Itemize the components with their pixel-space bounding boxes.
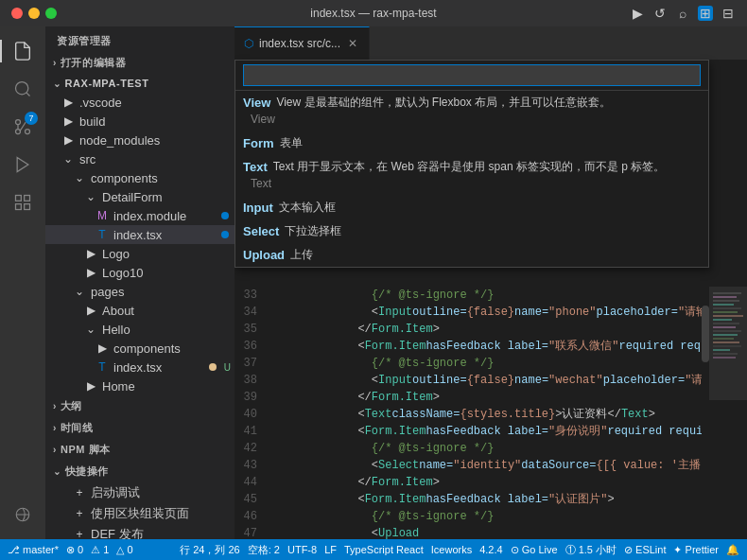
language-status[interactable]: TypeScript React <box>344 544 424 555</box>
folder-pages[interactable]: ⌄ pages <box>45 282 235 301</box>
folder-detailform[interactable]: ⌄ DetailForm <box>45 187 235 206</box>
search-activity-icon[interactable] <box>6 72 40 106</box>
folder-label: build <box>79 114 105 129</box>
timeline-label: 时间线 <box>61 421 94 435</box>
line-num-35: 35 <box>235 321 265 338</box>
modified-dot <box>209 363 217 371</box>
eslint-status[interactable]: ⊘ ESLint <box>624 544 666 556</box>
line-num-46: 46 <box>235 508 265 525</box>
file-index-module[interactable]: M index.module <box>45 206 235 225</box>
autocomplete-item-input[interactable]: Input 文本输入框 <box>235 196 708 219</box>
scrollbar-thumb[interactable] <box>702 306 709 362</box>
file-index-tsx-active[interactable]: T index.tsx <box>45 225 235 244</box>
outline-label: 大纲 <box>61 399 82 413</box>
main-layout: 7 资源管理器 › 打开的编辑器 ⌄ <box>0 26 747 539</box>
close-button[interactable] <box>11 8 23 19</box>
tab-index-tsx[interactable]: ⬡ index.tsx src/c... ✕ <box>235 26 370 60</box>
code-line-37: {/* @ts-ignore */} <box>276 355 702 372</box>
component-desc: 表单 <box>280 135 303 151</box>
tsx-file-icon: T <box>95 359 110 375</box>
folder-src[interactable]: ⌄ src <box>45 149 235 168</box>
action-blocks[interactable]: + 使用区块组装页面 <box>45 503 235 524</box>
files-activity-icon[interactable] <box>6 34 40 68</box>
autocomplete-search-row <box>235 61 708 91</box>
action-def[interactable]: + DEF 发布 <box>45 524 235 539</box>
folder-label: About <box>102 304 134 318</box>
warnings-status[interactable]: ⚠ 1 <box>91 544 109 556</box>
npm-scripts-section[interactable]: › NPM 脚本 <box>45 439 235 461</box>
activity-bar: 7 <box>0 26 45 539</box>
component-desc: 上传 <box>290 247 313 263</box>
outline-section[interactable]: › 大纲 <box>45 395 235 417</box>
action-debug[interactable]: + 启动调试 <box>45 482 235 503</box>
cursor-position[interactable]: 行 24，列 26 <box>180 543 240 557</box>
chevron-icon: › <box>53 445 57 455</box>
modified-dot <box>221 212 229 219</box>
folder-vscode[interactable]: ▶ .vscode <box>45 93 235 112</box>
quick-actions-section[interactable]: ⌄ 快捷操作 <box>45 461 235 482</box>
minimize-button[interactable] <box>28 8 40 19</box>
code-line-39: </Form.Item> <box>276 389 702 406</box>
autocomplete-search-input[interactable] <box>243 64 701 86</box>
folder-hello[interactable]: ⌄ Hello <box>45 320 235 339</box>
remote-activity-icon[interactable] <box>6 498 40 532</box>
window-title: index.tsx — rax-mpa-test <box>310 7 436 20</box>
code-line-45: <Form.Item hasFeedback label="认证图片"> <box>276 491 702 508</box>
code-editor[interactable]: 33 34 35 36 37 38 39 40 41 42 43 44 45 4… <box>235 287 747 539</box>
git-activity-icon[interactable]: 7 <box>6 110 40 144</box>
grid-icon[interactable]: ⊞ <box>698 6 713 21</box>
project-name: RAX-MPA-TEST <box>65 78 149 89</box>
folder-about[interactable]: ▶ About <box>45 301 235 320</box>
theme-status[interactable]: Iceworks <box>431 544 472 555</box>
autocomplete-item-view[interactable]: View View 是最基础的组件，默认为 Flexbox 布局，并且可以任意嵌… <box>235 91 708 131</box>
line-ending-status[interactable]: LF <box>324 544 337 555</box>
svg-point-0 <box>16 82 28 95</box>
folder-build[interactable]: ▶ build <box>45 112 235 131</box>
folder-hello-components[interactable]: ▶ components <box>45 339 235 358</box>
scrollbar[interactable] <box>702 287 709 539</box>
tab-close-button[interactable]: ✕ <box>346 37 359 50</box>
folder-logo10[interactable]: ▶ Logo10 <box>45 263 235 282</box>
folder-icon: ▶ <box>83 378 98 394</box>
folder-home[interactable]: ▶ Home <box>45 376 235 395</box>
open-editors-section[interactable]: › 打开的编辑器 <box>45 52 235 74</box>
status-left: ⎇ master* ⊗ 0 ⚠ 1 △ 0 <box>8 544 133 556</box>
prettier-status[interactable]: ✦ Prettier <box>673 544 719 556</box>
maximize-button[interactable] <box>45 8 57 19</box>
version-status[interactable]: 4.2.4 <box>479 544 502 555</box>
folder-label: components <box>113 341 181 356</box>
search-code-icon[interactable]: ⌕ <box>675 6 690 21</box>
autocomplete-item-upload[interactable]: Upload 上传 <box>235 243 708 267</box>
split-icon[interactable]: ⊟ <box>721 6 736 21</box>
project-section[interactable]: ⌄ RAX-MPA-TEST <box>45 74 235 93</box>
svg-rect-9 <box>25 204 30 210</box>
component-desc: 文本输入框 <box>279 200 336 216</box>
run-icon[interactable]: ▶ <box>630 6 645 21</box>
indent-status[interactable]: 空格: 2 <box>248 543 280 557</box>
code-line-40: <Text className={styles.title}>认证资料</Tex… <box>276 406 702 423</box>
bell-status[interactable]: 🔔 <box>726 544 739 556</box>
errors-status[interactable]: ⊗ 0 <box>66 544 83 556</box>
encoding-status[interactable]: UTF-8 <box>287 544 317 555</box>
folder-node-modules[interactable]: ▶ node_modules <box>45 131 235 149</box>
git-branch-status[interactable]: ⎇ master* <box>8 544 59 556</box>
file-hello-index[interactable]: T index.tsx U <box>45 358 235 376</box>
folder-label: Home <box>102 379 135 394</box>
time-status[interactable]: ① 1.5 小时 <box>565 543 617 557</box>
line-numbers: 33 34 35 36 37 38 39 40 41 42 43 44 45 4… <box>235 287 272 539</box>
autocomplete-item-select[interactable]: Select 下拉选择框 <box>235 219 708 243</box>
folder-icon: ▶ <box>61 95 76 110</box>
autocomplete-item-text[interactable]: Text Text 用于显示文本，在 Web 容器中是使用 span 标签实现的… <box>235 155 708 196</box>
folder-logo[interactable]: ▶ Logo <box>45 244 235 263</box>
folder-label: .vscode <box>79 96 122 110</box>
refresh-icon[interactable]: ↺ <box>652 6 668 21</box>
timeline-section[interactable]: › 时间线 <box>45 417 235 439</box>
tab-bar: ⬡ index.tsx src/c... ✕ <box>235 26 747 60</box>
alerts-status[interactable]: △ 0 <box>116 544 132 556</box>
debug-activity-icon[interactable] <box>6 148 40 182</box>
line-num-39: 39 <box>235 389 265 406</box>
go-live-status[interactable]: ⊙ Go Live <box>511 544 558 556</box>
autocomplete-item-form[interactable]: Form 表单 <box>235 131 708 155</box>
extensions-activity-icon[interactable] <box>6 185 40 219</box>
folder-components[interactable]: ⌄ components <box>45 168 235 187</box>
